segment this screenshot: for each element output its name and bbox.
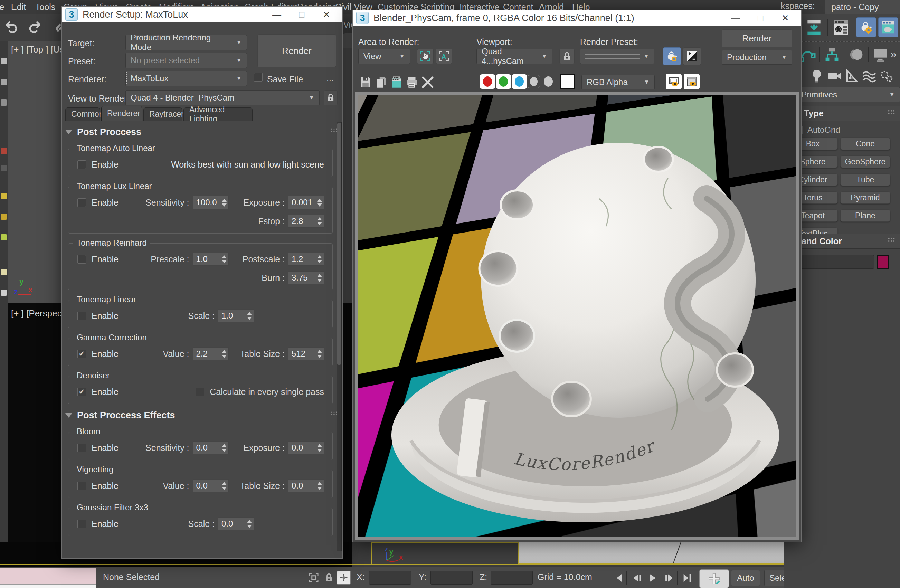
save-file-checkbox[interactable] xyxy=(254,73,262,82)
object-button-cone[interactable]: Cone xyxy=(840,138,890,150)
background-color-swatch[interactable] xyxy=(560,74,575,90)
workspace-selector[interactable]: patro - Copy xyxy=(825,0,900,14)
show-safe-frame-icon[interactable] xyxy=(666,74,682,90)
primitives-category-dropdown[interactable]: d Primitives▼ xyxy=(789,87,900,102)
spin-down-icon[interactable] xyxy=(317,279,322,282)
selection-lock-icon[interactable] xyxy=(321,570,337,585)
object-name-field[interactable] xyxy=(790,255,874,269)
spin-up-icon[interactable] xyxy=(317,444,322,447)
green-channel-toggle[interactable] xyxy=(496,74,511,89)
toggle-ui-overlay-icon[interactable] xyxy=(684,74,700,90)
dock-icon[interactable] xyxy=(1,79,7,85)
spin-up-icon[interactable] xyxy=(247,520,252,523)
tab-renderer[interactable]: Renderer xyxy=(101,106,142,121)
render-preset-dropdown[interactable]: ▼ xyxy=(580,49,654,64)
playback-start-icon[interactable] xyxy=(610,570,625,586)
dock-icon[interactable] xyxy=(1,214,7,220)
spin-up-icon[interactable] xyxy=(317,482,322,485)
enable-checkbox[interactable] xyxy=(78,255,86,264)
render-mode-dropdown[interactable]: Production▼ xyxy=(722,50,792,65)
red-channel-toggle[interactable] xyxy=(480,74,495,89)
menu-item-tools[interactable]: Tools xyxy=(33,1,58,13)
dialog-scrollbar[interactable] xyxy=(337,122,342,551)
playback-next-icon[interactable] xyxy=(661,570,677,586)
spinner-arrows-icon[interactable] xyxy=(315,199,324,206)
undo-icon[interactable] xyxy=(2,18,22,37)
spinner-arrows-icon[interactable] xyxy=(220,350,228,358)
viewport-dropdown[interactable]: Quad 4...hysCam▼ xyxy=(476,49,552,64)
spin-up-icon[interactable] xyxy=(222,199,227,202)
spinner-field[interactable]: 1.0 xyxy=(218,309,254,322)
spin-down-icon[interactable] xyxy=(247,525,252,528)
menu-item-file[interactable]: File xyxy=(0,1,7,13)
helpers-category-icon[interactable] xyxy=(844,68,860,84)
save-image-icon[interactable] xyxy=(358,75,373,90)
spinner-arrows-icon[interactable] xyxy=(245,520,254,528)
render-button[interactable]: Render xyxy=(258,34,336,67)
spinner-field[interactable]: 2.2 xyxy=(193,347,229,360)
spinner-field[interactable]: 100.0 xyxy=(193,196,229,209)
dock-icon[interactable] xyxy=(1,148,7,154)
maxscript-listener-white[interactable] xyxy=(0,585,96,588)
spinner-arrows-icon[interactable] xyxy=(315,255,324,263)
render-flyout-icon[interactable] xyxy=(804,18,824,37)
spinner-arrows-icon[interactable] xyxy=(315,444,324,452)
render-setup-titlebar[interactable]: 3 Render Setup: MaxToLux — □ ✕ xyxy=(62,6,342,22)
spin-up-icon[interactable] xyxy=(247,312,252,315)
spin-down-icon[interactable] xyxy=(222,203,227,206)
spinner-arrows-icon[interactable] xyxy=(315,482,324,490)
blue-channel-toggle[interactable] xyxy=(512,74,527,89)
dock-icon[interactable] xyxy=(1,165,7,171)
spinner-field[interactable]: 0.0 xyxy=(218,517,254,530)
set-key-button[interactable] xyxy=(699,569,729,588)
render-setup-icon[interactable] xyxy=(856,17,876,37)
spin-up-icon[interactable] xyxy=(222,444,227,447)
area-to-render-dropdown[interactable]: View▼ xyxy=(358,49,410,64)
spin-down-icon[interactable] xyxy=(222,487,227,490)
maxscript-mini-listener[interactable] xyxy=(0,568,96,585)
print-image-icon[interactable] xyxy=(405,75,419,90)
enable-checkbox[interactable]: ✔ xyxy=(78,388,86,396)
channel-display-dropdown[interactable]: RGB Alpha▼ xyxy=(582,75,655,90)
y-coordinate-field[interactable] xyxy=(430,571,473,585)
spinner-arrows-icon[interactable] xyxy=(315,274,324,282)
playback-play-icon[interactable] xyxy=(645,570,660,586)
name-color-rollout[interactable]: ne and Color xyxy=(784,234,900,249)
x-coordinate-field[interactable] xyxy=(369,571,411,585)
minimize-icon[interactable]: — xyxy=(264,6,289,22)
clear-image-icon[interactable] xyxy=(421,75,435,90)
render-setup-icon[interactable] xyxy=(663,47,681,65)
material-editor-icon[interactable] xyxy=(847,46,865,64)
spin-up-icon[interactable] xyxy=(222,350,227,353)
enable-checkbox[interactable] xyxy=(78,482,86,490)
monochrome-toggle[interactable] xyxy=(528,75,540,88)
object-type-rollout[interactable]: ect Type xyxy=(784,106,900,121)
rendered-frame-teapot-icon[interactable] xyxy=(878,17,898,37)
playback-end-icon[interactable] xyxy=(680,570,695,586)
spin-down-icon[interactable] xyxy=(247,317,252,320)
rollout-header[interactable]: Post Proccess Effects xyxy=(65,408,338,422)
tab-advanced-lighting[interactable]: Advanced Lighting xyxy=(183,107,253,121)
spin-up-icon[interactable] xyxy=(317,199,322,202)
spin-down-icon[interactable] xyxy=(222,449,227,452)
rendered-image[interactable]: LuxCoreRender xyxy=(358,95,796,537)
spinner-field[interactable]: 3.75 xyxy=(288,271,324,284)
spinner-field[interactable]: 2.8 xyxy=(288,214,324,228)
object-button-pyramid[interactable]: Pyramid xyxy=(840,191,890,204)
preset-dropdown[interactable]: No preset selected▼ xyxy=(126,53,247,68)
enable-checkbox[interactable] xyxy=(78,160,86,169)
dock-icon[interactable] xyxy=(1,234,7,240)
spin-up-icon[interactable] xyxy=(317,217,322,220)
absolute-mode-toggle-icon[interactable] xyxy=(337,571,351,585)
alpha-channel-toggle[interactable] xyxy=(542,75,554,88)
schematic-view-icon[interactable] xyxy=(823,46,841,64)
minimize-icon[interactable]: — xyxy=(723,10,748,26)
enable-checkbox[interactable] xyxy=(78,520,86,528)
display-icon[interactable] xyxy=(871,46,889,64)
redo-icon[interactable] xyxy=(25,18,44,37)
spinner-arrows-icon[interactable] xyxy=(220,444,228,452)
spinner-field[interactable]: 0.0 xyxy=(193,441,229,454)
spinner-field[interactable]: 1.0 xyxy=(193,253,229,266)
z-coordinate-field[interactable] xyxy=(490,571,533,585)
spin-down-icon[interactable] xyxy=(317,260,322,263)
